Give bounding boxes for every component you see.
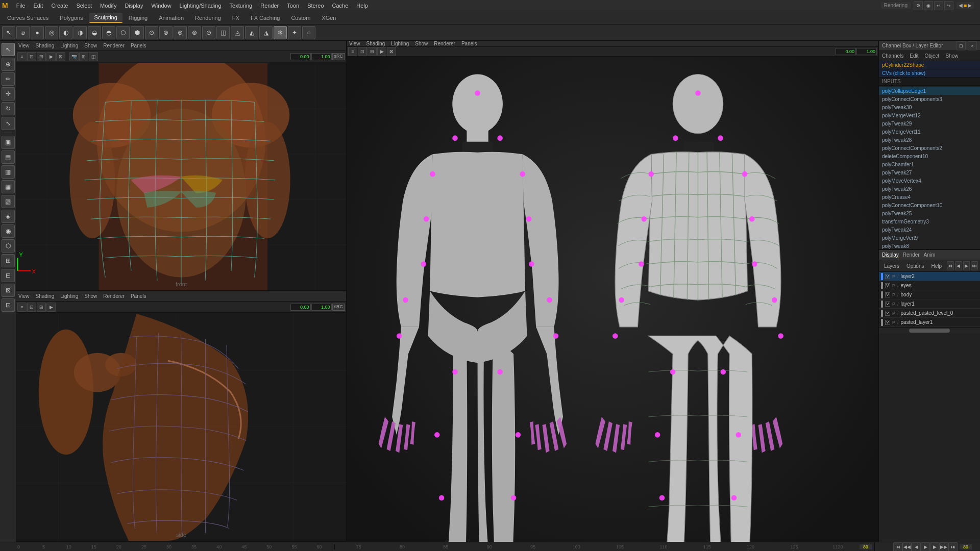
- vp-front-shading[interactable]: Shading: [36, 43, 55, 48]
- ruler-nav2[interactable]: ◀◀: [902, 542, 912, 552]
- vp-persp-val1[interactable]: [836, 48, 856, 55]
- le-nav-first[interactable]: ⏮: [947, 261, 954, 270]
- vp-p-tb2[interactable]: ⊡: [358, 47, 367, 56]
- vp-side-shading[interactable]: Shading: [36, 293, 55, 299]
- cb-close[interactable]: ×: [968, 41, 977, 51]
- menu-edit[interactable]: Edit: [29, 2, 47, 10]
- ruler-nav3[interactable]: ◀: [912, 542, 921, 552]
- menu-file[interactable]: File: [12, 2, 30, 10]
- ruler-nav7[interactable]: ⏭: [948, 542, 958, 552]
- tool-v1[interactable]: ▣: [2, 136, 15, 149]
- tool-pinch[interactable]: ◒: [88, 26, 101, 39]
- vp-side-val2[interactable]: [311, 304, 332, 311]
- tool-lasso-v[interactable]: ⊕: [2, 58, 15, 71]
- tool-fill[interactable]: ◫: [216, 26, 230, 39]
- tool-relax[interactable]: ◑: [74, 26, 87, 39]
- tool-select[interactable]: ↖: [2, 26, 15, 39]
- tool-freeze[interactable]: ◬: [231, 26, 244, 39]
- tool-v5[interactable]: ▧: [2, 195, 15, 208]
- ruler-play[interactable]: ▶: [921, 542, 930, 552]
- channel-item-18[interactable]: polyMergeVert9: [879, 234, 980, 242]
- tool-v10[interactable]: ⊟: [2, 269, 15, 282]
- vp-p-tb5[interactable]: ⊠: [387, 47, 396, 56]
- vp-side-panels[interactable]: Panels: [131, 293, 146, 299]
- vp-front-renderer[interactable]: Renderer: [103, 43, 125, 48]
- vp-persp-panels[interactable]: Panels: [461, 41, 477, 46]
- tool-spray[interactable]: ⬢: [131, 26, 144, 39]
- channel-item-19[interactable]: polyTweak8: [879, 242, 980, 249]
- menu-lighting-shading[interactable]: Lighting/Shading: [176, 2, 226, 10]
- tool-erase[interactable]: ◭: [245, 26, 258, 39]
- tool-scale-v[interactable]: ⤡: [2, 117, 15, 130]
- vp-persp-lighting[interactable]: Lighting: [391, 41, 409, 46]
- vp-front-grid[interactable]: ⊞: [79, 52, 88, 61]
- cb-float[interactable]: ⊡: [957, 41, 966, 51]
- channel-item-8[interactable]: deleteComponent10: [879, 152, 980, 160]
- tab-curves-surfaces[interactable]: Curves Surfaces: [2, 13, 54, 22]
- vp-persp-shading[interactable]: Shading: [366, 41, 385, 46]
- le-nav-prev[interactable]: ◀: [955, 261, 962, 270]
- toolbar-icon[interactable]: ⚙: [914, 1, 923, 10]
- vp-side-tb2[interactable]: ⊡: [27, 303, 36, 312]
- cb-object-name[interactable]: pCylinder22Shape: [879, 61, 980, 69]
- layer-p-2[interactable]: P: [892, 292, 895, 297]
- tool-v8[interactable]: ⬡: [2, 239, 15, 253]
- tool-snowflake[interactable]: ❄: [274, 26, 287, 39]
- vp-persp-val2[interactable]: [856, 48, 877, 55]
- tab-custom[interactable]: Custom: [286, 13, 315, 22]
- vp-p-tb1[interactable]: ≡: [348, 47, 357, 56]
- channel-item-16[interactable]: transformGeometry3: [879, 217, 980, 226]
- tool-star[interactable]: ✦: [288, 26, 301, 39]
- layer-vis-4[interactable]: V: [885, 311, 890, 316]
- vp-front-camera[interactable]: 📷: [69, 52, 79, 61]
- le-nav-last[interactable]: ⏭: [971, 261, 978, 270]
- rendering-mode[interactable]: Rendering: [881, 2, 911, 9]
- tool-v11[interactable]: ⊠: [2, 284, 15, 297]
- vp-side-tb3[interactable]: ⊞: [37, 303, 46, 312]
- tab-rendering[interactable]: Rendering: [190, 13, 226, 22]
- vp-front-val1[interactable]: [290, 53, 311, 60]
- tool-knife[interactable]: ⊝: [202, 26, 215, 39]
- menu-render[interactable]: Render: [256, 2, 283, 10]
- channel-item-17[interactable]: polyTweak24: [879, 226, 980, 234]
- layer-row-1[interactable]: VP/eyes: [879, 281, 980, 290]
- tool-grab[interactable]: ◎: [45, 26, 58, 39]
- tab-fx[interactable]: FX: [227, 13, 244, 22]
- channel-item-0[interactable]: polyCollapseEdge1: [879, 87, 980, 95]
- le-nav-next[interactable]: ▶: [963, 261, 970, 270]
- le-subtab-help[interactable]: Help: [928, 263, 945, 269]
- vp-front-val2[interactable]: [311, 53, 332, 60]
- cb-tab-edit[interactable]: Edit: [910, 53, 918, 59]
- menu-stereo[interactable]: Stereo: [303, 2, 328, 10]
- layer-row-4[interactable]: VP/pasted_pasted_level_0: [879, 309, 980, 318]
- tool-move-v[interactable]: ✛: [2, 87, 15, 101]
- layer-vis-5[interactable]: V: [885, 320, 890, 325]
- layer-p-3[interactable]: P: [892, 302, 895, 307]
- vp-side-view[interactable]: View: [18, 293, 30, 299]
- tool-imprint[interactable]: ⊚: [159, 26, 173, 39]
- le-tab-anim[interactable]: Anim: [924, 252, 936, 258]
- channel-item-3[interactable]: polyMergeVert12: [879, 111, 980, 119]
- vp-front-tb4[interactable]: ▶: [46, 52, 56, 61]
- menu-select[interactable]: Select: [72, 2, 96, 10]
- menu-cache[interactable]: Cache: [328, 2, 353, 10]
- layer-p-0[interactable]: P: [892, 274, 895, 279]
- tool-v2[interactable]: ▤: [2, 151, 15, 164]
- tool-rotate-v[interactable]: ↻: [2, 102, 15, 115]
- tab-sculpting[interactable]: Sculpting: [89, 13, 122, 23]
- tool-repeat[interactable]: ⊙: [145, 26, 158, 39]
- viewport-side-canvas[interactable]: X Y side: [16, 314, 346, 541]
- ruler-nav5[interactable]: ▶: [930, 542, 939, 552]
- menu-texturing[interactable]: Texturing: [226, 2, 257, 10]
- vp-side-tb1[interactable]: ≡: [17, 303, 27, 312]
- tool-clone[interactable]: ◮: [259, 26, 273, 39]
- vp-front-lighting[interactable]: Lighting: [60, 43, 78, 48]
- menu-create[interactable]: Create: [47, 2, 72, 10]
- channel-item-10[interactable]: polyTweak27: [879, 168, 980, 177]
- layer-vis-2[interactable]: V: [885, 292, 890, 297]
- channel-scrollbar[interactable]: [879, 327, 980, 333]
- vp-front-tb3[interactable]: ⊞: [37, 52, 46, 61]
- tool-lasso[interactable]: ⌀: [16, 26, 30, 39]
- vp-front-show[interactable]: Show: [84, 43, 97, 48]
- channel-item-9[interactable]: polyChamfer1: [879, 160, 980, 168]
